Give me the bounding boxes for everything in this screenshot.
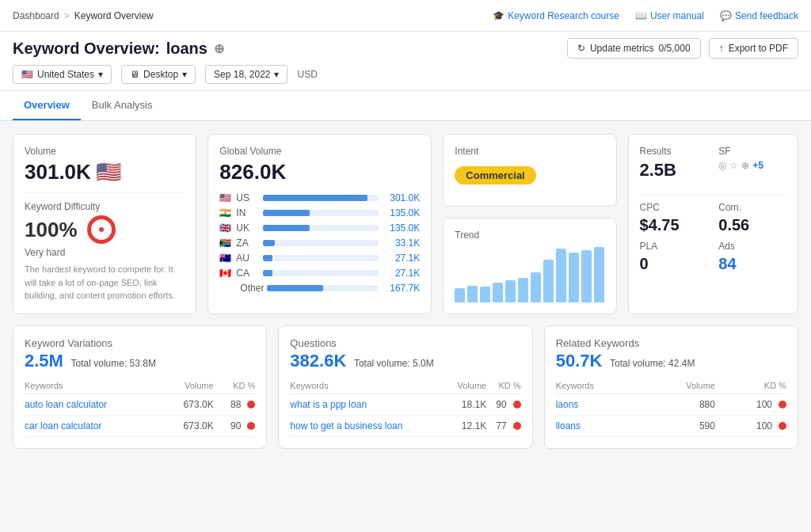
sf-plus-count[interactable]: +5 [752,160,763,171]
table-row: what is a ppp loan 18.1K 90 [290,393,520,415]
sf-link-icon: ⊕ [741,160,749,171]
rk-col-keywords: Keywords [556,378,646,394]
related-keywords-card: Related Keywords 50.7K Total volume: 42.… [544,325,798,449]
cpc-com-row: CPC $4.75 Com. 0.56 [640,202,786,234]
card-divider [25,192,185,193]
rk-col-volume: Volume [646,378,715,394]
breadcrumb-dashboard[interactable]: Dashboard [13,10,59,21]
q-kw-link-2[interactable]: how to get a business loan [290,420,402,431]
q-kw-link-1[interactable]: what is a ppp loan [290,399,367,410]
chevron-down-icon-3: ▾ [274,69,279,80]
results-card: Results 2.5B SF ◎ ☆ ⊕ +5 CPC $4.7 [628,134,798,314]
rk-kw-link-2[interactable]: lloans [556,420,581,431]
questions-card: Questions 382.6K Total volume: 5.0M Keyw… [278,325,532,449]
results-item-sf: SF ◎ ☆ ⊕ +5 [718,146,786,180]
com-value: 0.56 [718,216,786,234]
desktop-icon: 🖥 [130,69,139,80]
flag-us-volume-icon: 🇺🇸 [96,160,121,184]
q-count[interactable]: 382.6K [290,351,346,370]
trend-bar-12 [594,247,604,302]
q-kd-2: 77 [486,415,520,436]
kd-difficulty-label: Very hard [25,247,185,258]
kv-kw-link-2[interactable]: car loan calculator [25,420,101,431]
country-filter[interactable]: 🇺🇸 United States ▾ [13,65,112,84]
trend-bar-1 [455,288,465,302]
table-row: lloans 590 100 [556,415,786,436]
trend-label: Trend [455,230,604,241]
flag-za-icon: 🇿🇦 [219,238,231,249]
country-list: 🇺🇸 US 301.0K 🇮🇳 IN 135.0K 🇬🇧 UK 135.0K [219,192,420,294]
cpc-label: CPC [640,202,708,213]
refresh-icon: ↻ [577,43,585,54]
q-kd-1: 90 [486,393,520,415]
trend-bar-8 [543,260,554,302]
com-item: Com. 0.56 [718,202,786,234]
rk-kd-1: 100 [715,393,786,415]
table-row: auto loan calculator 673.0K 88 [25,393,255,415]
top-cards-row: Volume 301.0K 🇺🇸 Keyword Difficulty 100%… [13,134,798,314]
kd-circle-inner [99,227,104,232]
date-filter[interactable]: Sep 18, 2022 ▾ [205,65,287,84]
country-row-au: 🇦🇺 AU 27.1K [219,253,420,264]
kd-dot-q1 [513,401,521,408]
book-icon: 📖 [635,10,647,21]
trend-bar-11 [581,250,592,302]
kv-table: Keywords Volume KD % auto loan calculato… [25,378,255,437]
q-col-volume: Volume [446,378,486,394]
global-volume-label: Global Volume [219,146,420,157]
kd-label: Keyword Difficulty [25,201,185,212]
trend-bar-9 [556,249,566,302]
bottom-cards-row: Keyword Variations 2.5M Total volume: 53… [13,325,798,449]
kv-count[interactable]: 2.5M [25,351,63,370]
kv-kw-link-1[interactable]: auto loan calculator [25,399,107,410]
results-top-section: Results 2.5B SF ◎ ☆ ⊕ +5 [640,146,786,180]
volume-label: Volume [25,146,185,157]
results-value: 2.5B [640,160,708,180]
results-item-results: Results 2.5B [640,146,708,180]
feedback-link[interactable]: 💬 Send feedback [720,10,798,21]
q-col-keywords: Keywords [290,378,446,394]
pla-item: PLA 0 [640,241,708,273]
manual-link[interactable]: 📖 User manual [635,10,704,21]
kv-total-volume: Total volume: 53.8M [71,358,156,369]
cpc-value: $4.75 [640,216,708,234]
cpc-item: CPC $4.75 [640,202,708,234]
table-row: laons 880 100 [556,393,786,415]
rk-count[interactable]: 50.7K [556,351,603,370]
kd-circle-indicator [87,215,116,244]
rk-title: Related Keywords [556,337,786,349]
main-content: Volume 301.0K 🇺🇸 Keyword Difficulty 100%… [0,121,811,462]
currency-label: USD [297,69,317,80]
export-pdf-button[interactable]: ↑ Export to PDF [709,38,798,59]
kd-dot-rk1 [779,401,786,408]
kv-kd-2: 90 [214,415,256,436]
tab-bulk-analysis[interactable]: Bulk Analysis [81,91,164,120]
subheader-top: Keyword Overview: loans ⊕ ↻ Update metri… [13,38,798,59]
rk-vol-2: 590 [646,415,715,436]
update-metrics-button[interactable]: ↻ Update metrics 0/5,000 [567,38,701,59]
tabs-bar: Overview Bulk Analysis [0,91,811,121]
graduation-icon: 🎓 [493,10,504,21]
course-link[interactable]: 🎓 Keyword Research course [493,10,619,21]
kd-dot-rk2 [779,422,786,430]
kv-vol-1: 673.0K [163,393,214,415]
pla-label: PLA [640,241,708,252]
intent-card: Intent Commercial [443,134,616,207]
pla-value: 0 [640,255,708,273]
ads-value: 84 [718,255,786,273]
sf-icons: ◎ ☆ ⊕ +5 [718,160,786,171]
volume-card: Volume 301.0K 🇺🇸 Keyword Difficulty 100%… [13,134,196,314]
kv-col-keywords: Keywords [25,378,163,394]
device-filter[interactable]: 🖥 Desktop ▾ [121,65,196,84]
kd-description: The hardest keyword to compete for. It w… [25,263,185,302]
kv-kd-1: 88 [214,393,256,415]
add-keyword-icon[interactable]: ⊕ [214,41,224,56]
kv-col-volume: Volume [163,378,214,394]
trend-bar-5 [505,280,516,302]
tab-overview[interactable]: Overview [13,91,81,120]
rk-kw-link-1[interactable]: laons [556,399,579,410]
rk-kd-2: 100 [715,415,786,436]
rk-col-kd: KD % [715,378,786,394]
flag-ca-icon: 🇨🇦 [219,268,231,279]
com-label: Com. [718,202,786,213]
